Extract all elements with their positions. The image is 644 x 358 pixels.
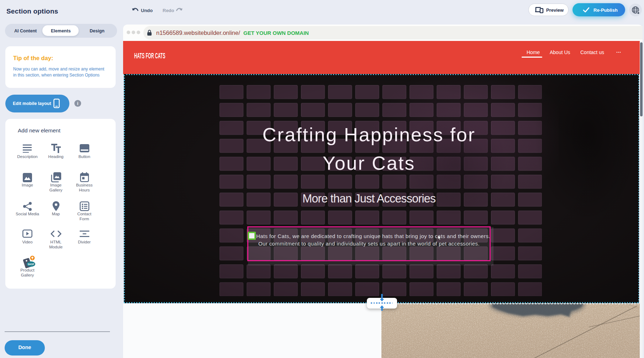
svg-text:SHOP: SHOP [28, 263, 35, 265]
